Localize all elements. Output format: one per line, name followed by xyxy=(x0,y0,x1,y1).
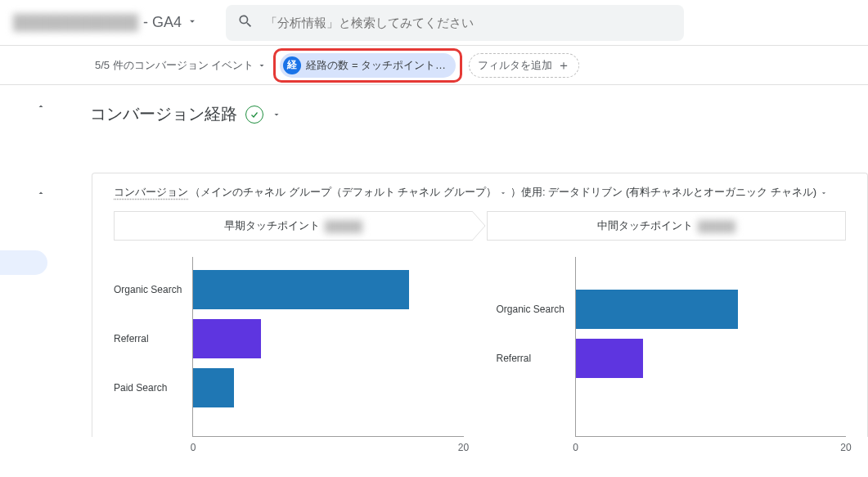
chart-early-plot: 020 xyxy=(192,257,464,437)
filter-bar: 5/5 件のコンバージョン イベント 経 経路の数 = タッチポイント… フィル… xyxy=(0,46,868,85)
page-title: コンバージョン経路 xyxy=(90,103,237,125)
chart-bar xyxy=(193,270,409,309)
chart-bar xyxy=(576,290,738,329)
touchpoint-tab-early[interactable]: 早期タッチポイント █████ xyxy=(114,211,472,241)
chevron-down-icon xyxy=(187,14,198,31)
status-check-icon xyxy=(245,106,263,124)
chevron-down-icon[interactable] xyxy=(820,186,828,198)
highlight-annotation: 経 経路の数 = タッチポイント… xyxy=(273,48,462,83)
charts-container: Organic SearchReferralPaid Search 020 Or… xyxy=(92,241,867,437)
chevron-down-icon[interactable] xyxy=(499,186,507,198)
add-filter-label: フィルタを追加 xyxy=(478,58,552,73)
chart-category-label: Organic Search xyxy=(114,265,192,314)
title-dropdown[interactable] xyxy=(272,105,281,124)
rail-collapse-icon[interactable] xyxy=(33,185,49,201)
touchpoint-tabs: 早期タッチポイント █████ 中間タッチポイント █████ xyxy=(92,211,867,241)
rail-collapse-icon[interactable] xyxy=(33,98,49,115)
app-header: ████████████ - GA4 xyxy=(0,0,868,46)
conversion-path-card: コンバージョン （メインのチャネル グループ（デフォルト チャネル グループ） … xyxy=(92,173,868,437)
chart-category-label: Referral xyxy=(497,334,575,383)
chart-tick: 0 xyxy=(191,442,196,453)
touchpoint-tab-value: █████ xyxy=(698,220,735,232)
search-bar[interactable] xyxy=(226,5,684,41)
chart-tick: 20 xyxy=(840,442,851,453)
channel-group-text: （メインのチャネル グループ（デフォルト チャネル グループ） ）使用: データ… xyxy=(190,185,828,200)
rail-active-indicator xyxy=(0,250,47,275)
conversion-event-label: 5/5 件のコンバージョン イベント xyxy=(95,58,254,73)
left-rail xyxy=(0,46,49,477)
chart-bar xyxy=(193,368,234,407)
card-dimension-row: コンバージョン （メインのチャネル グループ（デフォルト チャネル グループ） … xyxy=(92,173,867,211)
chart-early: Organic SearchReferralPaid Search 020 xyxy=(114,257,464,437)
chart-category-label: Referral xyxy=(114,314,192,363)
touchpoint-separator xyxy=(472,211,487,241)
filter-chip-label: 経路の数 = タッチポイント… xyxy=(306,58,446,73)
chart-bar xyxy=(576,339,644,378)
chart-tick: 20 xyxy=(458,442,469,453)
chart-middle-labels: Organic SearchReferral xyxy=(497,257,575,437)
chart-bar xyxy=(193,319,261,358)
chart-middle-plot: 020 xyxy=(575,257,847,437)
add-filter-chip[interactable]: フィルタを追加 ＋ xyxy=(469,53,579,78)
filter-chip-icon: 経 xyxy=(283,56,301,74)
chart-early-labels: Organic SearchReferralPaid Search xyxy=(114,257,192,437)
dimension-link[interactable]: コンバージョン xyxy=(114,185,188,200)
touchpoint-tab-middle[interactable]: 中間タッチポイント █████ xyxy=(487,211,846,241)
chart-tick: 0 xyxy=(573,442,578,453)
search-icon xyxy=(237,13,254,33)
property-name: ████████████ xyxy=(13,14,138,31)
chart-middle: Organic SearchReferral 020 xyxy=(497,257,847,437)
search-input[interactable] xyxy=(265,16,672,29)
property-suffix: - GA4 xyxy=(143,14,182,31)
touchpoint-tab-label: 中間タッチポイント xyxy=(597,218,693,233)
conversion-event-selector[interactable]: 5/5 件のコンバージョン イベント xyxy=(95,58,267,73)
active-filter-chip[interactable]: 経 経路の数 = タッチポイント… xyxy=(280,53,456,78)
chart-category-label: Organic Search xyxy=(497,285,575,334)
touchpoint-tab-value: █████ xyxy=(325,220,362,232)
touchpoint-tab-label: 早期タッチポイント xyxy=(224,218,320,233)
property-selector[interactable]: ████████████ - GA4 xyxy=(13,14,214,31)
page-title-row: コンバージョン経路 xyxy=(0,85,868,135)
chart-category-label: Paid Search xyxy=(114,363,192,412)
